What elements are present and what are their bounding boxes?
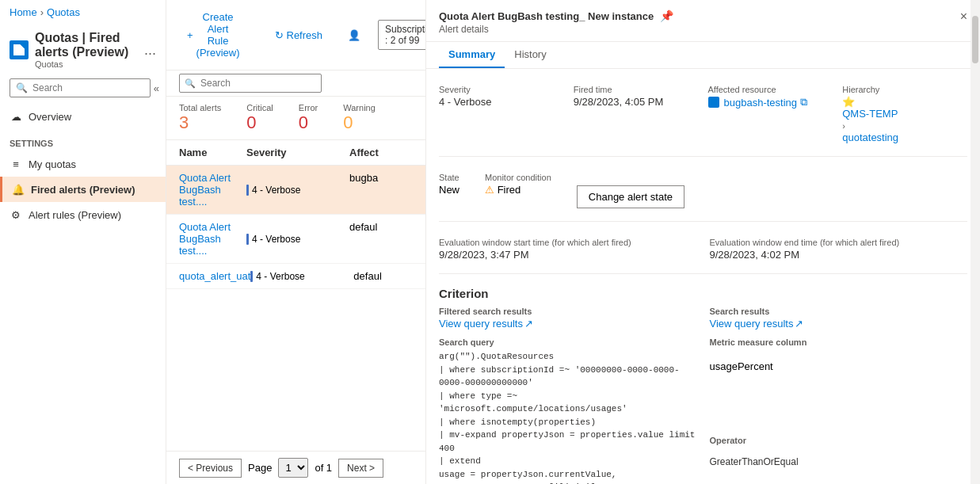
total-alerts-count: Total alerts 3 (179, 103, 221, 133)
scrollbar[interactable] (970, 0, 980, 484)
hierarchy-info: Hierarchy ⭐ QMS-TEMP › quotatesting (842, 85, 967, 143)
list-icon: ≡ (10, 158, 22, 170)
row-severity: 4 - Verbose (246, 221, 349, 257)
sidebar-item-overview[interactable]: ☁ Overview (0, 104, 166, 129)
row-severity: 4 - Verbose (250, 270, 353, 282)
criterion-right: Search results View query results ↗ Metr… (710, 307, 968, 484)
pagination: < Previous Page 1 of 1 Next > (166, 451, 425, 484)
page-label: Page (248, 462, 272, 474)
breadcrumb-separator: › (40, 6, 44, 18)
col-severity: Severity (246, 147, 349, 158)
eval-start-label: Evaluation window start time (for which … (439, 238, 697, 247)
sidebar-item-alert-rules-label: Alert rules (Preview) (29, 209, 121, 221)
scrollbar-thumb (972, 16, 978, 63)
critical-label: Critical (246, 103, 273, 112)
detail-title-row: Quota Alert BugBash testing_ New instanc… (439, 10, 967, 22)
manage-alerts-button[interactable]: 👤 (340, 25, 368, 46)
page-of-label: of 1 (315, 462, 332, 474)
fired-icon: ⚠ (485, 184, 494, 196)
hierarchy-value: ⭐ QMS-TEMP › quotatesting (842, 96, 967, 143)
alert-icon: 🔔 (12, 183, 25, 196)
warning-label: Warning (343, 103, 376, 112)
create-alert-rule-button[interactable]: + Create Alert Rule (Preview) (179, 6, 248, 63)
hierarchy-qms-link[interactable]: QMS-TEMP (842, 108, 967, 120)
fired-time-info: Fired time 9/28/2023, 4:05 PM (574, 85, 699, 143)
external-link-icon: ↗ (524, 318, 533, 330)
search-results-label: Search results (710, 307, 968, 316)
more-options-button[interactable]: ... (144, 42, 156, 59)
critical-count: Critical 0 (246, 103, 273, 133)
alert-counts: Total alerts 3 Critical 0 Error 0 Warnin… (166, 97, 425, 140)
close-button[interactable]: × (960, 10, 967, 24)
copy-icon[interactable]: ⧉ (800, 96, 807, 109)
table-row[interactable]: Quota Alert BugBash test.... 4 - Verbose… (166, 166, 425, 215)
warning-value: 0 (343, 112, 353, 132)
change-alert-state-button[interactable]: Change alert state (577, 185, 684, 208)
row-affect: defaul (353, 270, 417, 282)
row-name-link[interactable]: Quota Alert BugBash test.... (179, 172, 246, 208)
hierarchy-quota-link[interactable]: quotatesting (842, 131, 967, 143)
info-grid: Severity 4 - Verbose Fired time 9/28/202… (439, 78, 967, 157)
main-content: + Create Alert Rule (Preview) ↻ Refresh … (166, 0, 425, 484)
severity-info: Severity 4 - Verbose (439, 85, 564, 143)
monitor-value: ⚠ Fired (485, 184, 551, 196)
affected-resource-link[interactable]: bugbash-testing ⧉ (708, 96, 833, 109)
sidebar-search-input[interactable] (10, 78, 151, 97)
collapse-button[interactable]: « (151, 79, 162, 97)
state-info: State New (439, 173, 459, 196)
search-row: 🔍 (166, 71, 425, 97)
sidebar-item-alert-rules[interactable]: ⚙ Alert rules (Preview) (0, 202, 166, 227)
sidebar-item-overview-label: Overview (29, 111, 71, 123)
refresh-icon: ↻ (275, 29, 284, 41)
detail-title-text: Quota Alert BugBash testing_ New instanc… (439, 10, 654, 22)
rules-icon: ⚙ (10, 208, 22, 221)
detail-tabs: Summary History (426, 42, 980, 69)
monitor-label: Monitor condition (485, 173, 551, 182)
detail-panel: Quota Alert BugBash testing_ New instanc… (425, 0, 980, 484)
eval-start-value: 9/28/2023, 3:47 PM (439, 249, 697, 261)
page-select[interactable]: 1 (278, 458, 308, 478)
eval-end-value: 9/28/2023, 4:02 PM (710, 249, 968, 261)
error-value: 0 (299, 112, 308, 132)
tab-history-label: History (514, 48, 546, 60)
detail-header: Quota Alert BugBash testing_ New instanc… (426, 0, 980, 42)
metric-column-label: Metric measure column (710, 337, 968, 347)
breadcrumb-section[interactable]: Quotas (47, 6, 80, 18)
row-name-link[interactable]: Quota Alert BugBash test.... (179, 221, 246, 257)
view-query-results-link-2[interactable]: View query results ↗ (710, 318, 968, 330)
search-query-section: Search query arg("").QuotaResources | wh… (439, 337, 697, 484)
criterion-grid: Filtered search results View query resul… (439, 307, 967, 484)
breadcrumb-home[interactable]: Home (10, 6, 37, 18)
state-label: State (439, 173, 459, 182)
page-header: Quotas | Fired alerts (Preview) Quotas .… (0, 25, 166, 72)
affected-resource-label: Affected resource (708, 85, 833, 94)
error-count: Error 0 (299, 103, 318, 133)
refresh-button[interactable]: ↻ Refresh (267, 25, 331, 46)
tab-history[interactable]: History (505, 42, 555, 68)
monitor-info: Monitor condition ⚠ Fired (485, 173, 551, 196)
eval-end-info: Evaluation window end time (for which al… (710, 238, 968, 261)
table-row[interactable]: quota_alert_uat 4 - Verbose defaul (166, 264, 425, 289)
row-name-link[interactable]: quota_alert_uat (179, 270, 250, 282)
criterion-section: Criterion Filtered search results View q… (439, 284, 967, 484)
detail-subtitle: Alert details (439, 24, 967, 35)
state-value: New (439, 184, 459, 196)
main-search-input[interactable] (179, 74, 322, 93)
sidebar-item-my-quotas[interactable]: ≡ My quotas (0, 151, 166, 177)
tab-summary[interactable]: Summary (439, 42, 505, 68)
page-title-area: Quotas | Fired alerts (Preview) Quotas (35, 31, 138, 69)
page-subtitle: Quotas (35, 59, 138, 69)
subscription-badge: Subscription : 2 of 99 (378, 20, 425, 50)
metric-column-section: Metric measure column usagePercent (710, 337, 968, 372)
col-affect: Affect (349, 147, 413, 158)
filtered-label: Filtered search results (439, 307, 697, 316)
sidebar-item-fired-alerts[interactable]: 🔔 Fired alerts (Preview) (0, 177, 166, 202)
view-query-results-link-1[interactable]: View query results ↗ (439, 318, 697, 330)
severity-indicator (246, 234, 249, 245)
next-button[interactable]: Next > (338, 459, 383, 478)
pin-button[interactable]: 📌 (660, 10, 673, 22)
table-row[interactable]: Quota Alert BugBash test.... 4 - Verbose… (166, 215, 425, 264)
previous-button[interactable]: < Previous (179, 459, 242, 478)
hierarchy-icon: ⭐ (842, 96, 855, 108)
quotas-icon (10, 40, 29, 59)
